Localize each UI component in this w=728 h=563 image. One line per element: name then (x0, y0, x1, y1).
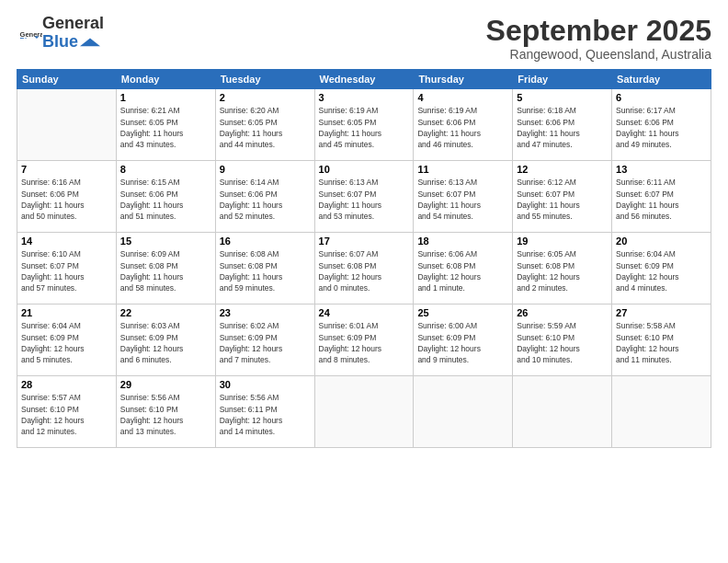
day-number: 19 (517, 236, 608, 247)
day-number: 7 (21, 164, 112, 175)
day-info: Sunrise: 6:03 AMSunset: 6:09 PMDaylight:… (120, 320, 211, 365)
weekday-header: Wednesday (314, 70, 414, 89)
calendar-week-row: 1Sunrise: 6:21 AMSunset: 6:05 PMDaylight… (17, 89, 711, 161)
weekday-header: Saturday (612, 70, 711, 89)
calendar-week-row: 28Sunrise: 5:57 AMSunset: 6:10 PMDayligh… (17, 376, 711, 448)
calendar-cell: 20Sunrise: 6:04 AMSunset: 6:09 PMDayligh… (612, 233, 711, 304)
calendar-cell: 4Sunrise: 6:19 AMSunset: 6:06 PMDaylight… (414, 89, 513, 161)
page: General Blue General Blue September 2025… (0, 0, 728, 563)
calendar-cell: 7Sunrise: 6:16 AMSunset: 6:06 PMDaylight… (17, 161, 117, 233)
calendar-cell: 25Sunrise: 6:00 AMSunset: 6:09 PMDayligh… (414, 304, 513, 376)
day-number: 1 (120, 92, 211, 103)
calendar-cell: 11Sunrise: 6:13 AMSunset: 6:07 PMDayligh… (414, 161, 513, 233)
calendar-cell: 16Sunrise: 6:08 AMSunset: 6:08 PMDayligh… (215, 233, 314, 304)
day-info: Sunrise: 6:17 AMSunset: 6:06 PMDaylight:… (616, 105, 707, 150)
calendar-week-row: 21Sunrise: 6:04 AMSunset: 6:09 PMDayligh… (17, 304, 711, 376)
calendar-cell: 28Sunrise: 5:57 AMSunset: 6:10 PMDayligh… (17, 376, 117, 448)
day-info: Sunrise: 6:11 AMSunset: 6:07 PMDaylight:… (616, 177, 707, 222)
day-number: 25 (417, 307, 508, 318)
day-number: 16 (220, 236, 311, 247)
logo-icon: General Blue (17, 29, 42, 39)
calendar-cell: 10Sunrise: 6:13 AMSunset: 6:07 PMDayligh… (314, 161, 414, 233)
day-info: Sunrise: 6:04 AMSunset: 6:09 PMDaylight:… (616, 248, 707, 293)
month-title: September 2025 (486, 15, 711, 47)
calendar-header-row: SundayMondayTuesdayWednesdayThursdayFrid… (17, 70, 711, 89)
calendar-week-row: 7Sunrise: 6:16 AMSunset: 6:06 PMDaylight… (17, 161, 711, 233)
day-info: Sunrise: 6:16 AMSunset: 6:06 PMDaylight:… (21, 177, 112, 222)
day-info: Sunrise: 6:08 AMSunset: 6:08 PMDaylight:… (220, 248, 311, 293)
day-info: Sunrise: 6:14 AMSunset: 6:06 PMDaylight:… (220, 177, 311, 222)
day-number: 14 (21, 236, 112, 247)
day-info: Sunrise: 6:06 AMSunset: 6:08 PMDaylight:… (417, 248, 508, 293)
calendar-cell: 8Sunrise: 6:15 AMSunset: 6:06 PMDaylight… (116, 161, 215, 233)
day-info: Sunrise: 5:58 AMSunset: 6:10 PMDaylight:… (616, 320, 707, 365)
day-info: Sunrise: 5:57 AMSunset: 6:10 PMDaylight:… (21, 392, 112, 437)
day-number: 13 (616, 164, 707, 175)
day-number: 26 (517, 307, 608, 318)
calendar-cell (414, 376, 513, 448)
svg-marker-3 (80, 38, 100, 46)
logo: General Blue General Blue (17, 15, 104, 52)
day-number: 24 (319, 307, 410, 318)
day-info: Sunrise: 6:07 AMSunset: 6:08 PMDaylight:… (319, 248, 410, 293)
day-info: Sunrise: 6:12 AMSunset: 6:07 PMDaylight:… (517, 177, 608, 222)
day-info: Sunrise: 5:56 AMSunset: 6:10 PMDaylight:… (120, 392, 211, 437)
day-number: 28 (21, 379, 112, 390)
calendar-cell: 30Sunrise: 5:56 AMSunset: 6:11 PMDayligh… (215, 376, 314, 448)
location: Rangewood, Queensland, Australia (486, 47, 711, 62)
weekday-header: Friday (513, 70, 612, 89)
day-info: Sunrise: 6:09 AMSunset: 6:08 PMDaylight:… (120, 248, 211, 293)
logo-arrow-icon (80, 38, 100, 49)
day-number: 3 (319, 92, 410, 103)
calendar-cell: 26Sunrise: 5:59 AMSunset: 6:10 PMDayligh… (513, 304, 612, 376)
day-info: Sunrise: 6:05 AMSunset: 6:08 PMDaylight:… (517, 248, 608, 293)
day-info: Sunrise: 5:56 AMSunset: 6:11 PMDaylight:… (220, 392, 311, 437)
calendar-cell (314, 376, 414, 448)
calendar-cell: 23Sunrise: 6:02 AMSunset: 6:09 PMDayligh… (215, 304, 314, 376)
calendar-cell: 17Sunrise: 6:07 AMSunset: 6:08 PMDayligh… (314, 233, 414, 304)
weekday-header: Tuesday (215, 70, 314, 89)
calendar-cell: 14Sunrise: 6:10 AMSunset: 6:07 PMDayligh… (17, 233, 117, 304)
day-info: Sunrise: 6:18 AMSunset: 6:06 PMDaylight:… (517, 105, 608, 150)
day-info: Sunrise: 6:19 AMSunset: 6:05 PMDaylight:… (319, 105, 410, 150)
day-number: 11 (417, 164, 508, 175)
calendar-week-row: 14Sunrise: 6:10 AMSunset: 6:07 PMDayligh… (17, 233, 711, 304)
calendar-cell: 5Sunrise: 6:18 AMSunset: 6:06 PMDaylight… (513, 89, 612, 161)
calendar-cell: 3Sunrise: 6:19 AMSunset: 6:05 PMDaylight… (314, 89, 414, 161)
calendar-cell: 13Sunrise: 6:11 AMSunset: 6:07 PMDayligh… (612, 161, 711, 233)
day-number: 10 (319, 164, 410, 175)
day-info: Sunrise: 6:04 AMSunset: 6:09 PMDaylight:… (21, 320, 112, 365)
calendar-cell (612, 376, 711, 448)
calendar-cell: 22Sunrise: 6:03 AMSunset: 6:09 PMDayligh… (116, 304, 215, 376)
logo-general: General (42, 15, 104, 33)
weekday-header: Sunday (17, 70, 117, 89)
weekday-header: Monday (116, 70, 215, 89)
calendar-cell: 24Sunrise: 6:01 AMSunset: 6:09 PMDayligh… (314, 304, 414, 376)
day-info: Sunrise: 6:19 AMSunset: 6:06 PMDaylight:… (417, 105, 508, 150)
day-number: 30 (220, 379, 311, 390)
day-number: 17 (319, 236, 410, 247)
day-number: 2 (220, 92, 311, 103)
day-number: 23 (220, 307, 311, 318)
day-info: Sunrise: 5:59 AMSunset: 6:10 PMDaylight:… (517, 320, 608, 365)
day-number: 8 (120, 164, 211, 175)
calendar-table: SundayMondayTuesdayWednesdayThursdayFrid… (17, 69, 711, 448)
calendar-cell (513, 376, 612, 448)
calendar-cell: 2Sunrise: 6:20 AMSunset: 6:05 PMDaylight… (215, 89, 314, 161)
calendar-cell: 18Sunrise: 6:06 AMSunset: 6:08 PMDayligh… (414, 233, 513, 304)
calendar-cell: 1Sunrise: 6:21 AMSunset: 6:05 PMDaylight… (116, 89, 215, 161)
day-number: 29 (120, 379, 211, 390)
day-number: 21 (21, 307, 112, 318)
calendar-cell: 21Sunrise: 6:04 AMSunset: 6:09 PMDayligh… (17, 304, 117, 376)
calendar-cell: 27Sunrise: 5:58 AMSunset: 6:10 PMDayligh… (612, 304, 711, 376)
day-number: 27 (616, 307, 707, 318)
day-number: 9 (220, 164, 311, 175)
calendar-cell: 9Sunrise: 6:14 AMSunset: 6:06 PMDaylight… (215, 161, 314, 233)
day-info: Sunrise: 6:01 AMSunset: 6:09 PMDaylight:… (319, 320, 410, 365)
day-number: 12 (517, 164, 608, 175)
day-info: Sunrise: 6:13 AMSunset: 6:07 PMDaylight:… (319, 177, 410, 222)
calendar-cell: 15Sunrise: 6:09 AMSunset: 6:08 PMDayligh… (116, 233, 215, 304)
day-number: 5 (517, 92, 608, 103)
day-info: Sunrise: 6:02 AMSunset: 6:09 PMDaylight:… (220, 320, 311, 365)
day-info: Sunrise: 6:13 AMSunset: 6:07 PMDaylight:… (417, 177, 508, 222)
